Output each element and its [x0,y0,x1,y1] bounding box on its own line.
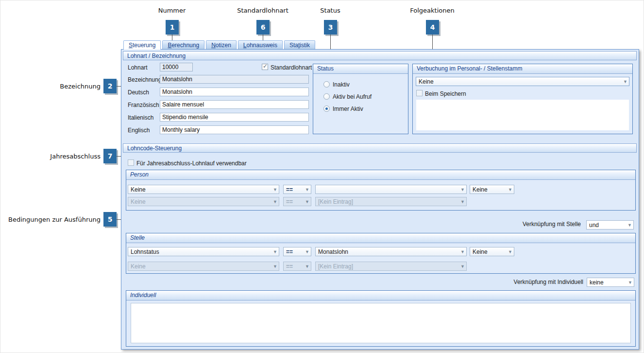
radio-aktiv-bei-aufruf-label: Aktiv bei Aufruf [333,93,372,100]
tab-label-mnemonic: L [243,42,247,49]
deutsch-field[interactable] [160,88,309,96]
radio-aktiv-bei-aufruf[interactable] [323,93,330,100]
lohnart-label: Lohnart [128,64,148,71]
dropdown-value: Keine [131,198,271,205]
jahresabschluss-checkbox[interactable] [128,159,134,166]
callout-label-status: Status [320,7,340,14]
verknuepfung-individuell-dropdown[interactable]: keine ▼ [587,278,634,287]
jahresabschluss-label: Für Jahresabschluss-Lohnlauf verwendbar [136,160,247,167]
dropdown-value: [Kein Eintrag] [318,198,459,205]
dropdown-value: Lohnstatus [131,248,271,255]
tab-label-mnemonic: N [211,42,216,49]
callout-label-bedingungen: Bedingungen zur Ausführung [0,216,101,223]
verbuchung-dropdown-value: Keine [419,78,622,85]
stelle-field-dropdown-2[interactable]: Keine ▼ [128,262,279,271]
tab-label: Sta [289,42,298,49]
bezeichnung-label: Bezeichnung [128,76,161,83]
callout-badge-2: 2 [103,79,117,93]
tab-notizen[interactable]: Notizen [206,40,237,50]
tab-label: ohnausweis [247,42,277,49]
chevron-down-icon: ▼ [459,199,466,204]
stelle-action-dropdown-1[interactable]: Keine ▼ [470,247,514,256]
standardlohnart-label: Standardlohnart [271,64,312,71]
callout-badge-4: 4 [426,20,439,35]
beim-speichern-label: Beim Speichern [425,90,466,97]
chevron-down-icon: ▼ [459,249,466,254]
stelle-field-dropdown-1[interactable]: Lohnstatus ▼ [128,247,279,256]
person-group-title: Person [126,170,635,180]
chevron-down-icon: ▼ [271,249,279,254]
callout-label-bezeichnung: Bezeichnung [0,83,101,90]
callout-badge-6: 6 [256,20,270,35]
tab-label: otizen [216,42,231,49]
stelle-group-title: Stelle [126,233,635,243]
person-value-dropdown-1[interactable]: ▼ [315,185,467,194]
chevron-down-icon: ▼ [627,280,634,285]
person-operator-dropdown-2[interactable]: == ▼ [283,197,311,206]
verknuepfung-individuell-label: Verknüpfung mit Individuell [496,279,583,285]
lohnart-number-field[interactable] [160,63,193,71]
radio-immer-aktiv-label: Immer Aktiv [333,106,363,112]
dropdown-value: keine [590,279,627,286]
chevron-down-icon: ▼ [304,187,311,192]
tab-berechnung[interactable]: Berechnung [162,40,204,50]
dropdown-value: == [286,186,304,193]
bezeichnung-field[interactable] [160,75,309,84]
radio-immer-aktiv[interactable] [323,106,330,112]
verknuepfung-stelle-label: Verknüpfung mit Stelle [506,221,581,228]
franzoesisch-field[interactable] [160,100,309,109]
chevron-down-icon: ▼ [507,249,514,254]
chevron-down-icon: ▼ [304,264,311,269]
callout-label-jahresabschluss: Jahresabschluss [0,153,101,160]
callout-label-folgeaktionen: Folgeaktionen [410,7,454,14]
stelle-operator-dropdown-2[interactable]: == ▼ [283,262,311,271]
stelle-value-dropdown-1[interactable]: Monatslohn ▼ [315,247,467,256]
chevron-down-icon: ▼ [304,199,311,204]
person-operator-dropdown-1[interactable]: == ▼ [283,185,311,194]
standardlohnart-checkbox[interactable] [262,64,268,70]
tab-lohnausweis[interactable]: Lohnausweis [238,40,283,50]
chevron-down-icon: ▼ [459,187,466,192]
verknuepfung-stelle-dropdown[interactable]: und ▼ [586,220,634,229]
stelle-operator-dropdown-1[interactable]: == ▼ [283,247,311,256]
callout-badge-5: 5 [103,212,117,227]
chevron-down-icon: ▼ [271,199,279,204]
chevron-down-icon: ▼ [271,187,279,192]
dropdown-value: Monatslohn [318,248,459,255]
tab-label: istik [300,42,310,49]
beim-speichern-checkbox[interactable] [416,90,423,96]
stelle-value-dropdown-2[interactable]: [Kein Eintrag] ▼ [315,262,467,271]
tab-statistik[interactable]: Statistik [284,40,315,50]
callout-label-nummer: Nummer [158,7,186,14]
screenshot-stage: Nummer 1 Standardlohnart 6 Status 3 Folg… [0,0,644,353]
radio-inaktiv[interactable] [323,81,330,88]
dropdown-value: Keine [131,186,271,193]
dropdown-value: == [286,198,304,205]
italienisch-label: Italienisch [128,114,153,121]
franzoesisch-label: Französisch [128,102,159,108]
individuell-textarea[interactable] [131,303,631,343]
callout-badge-7: 7 [103,149,117,163]
tab-label: teuerung [133,42,155,49]
person-field-dropdown-2[interactable]: Keine ▼ [128,197,279,206]
person-value-dropdown-2[interactable]: [Kein Eintrag] ▼ [315,197,467,206]
chevron-down-icon: ▼ [304,249,311,254]
callout-badge-3: 3 [324,20,337,35]
verbuchung-group-title: Verbuchung im Personal- / Stellenstamm [413,64,632,74]
verbuchung-dropdown[interactable]: Keine ▼ [416,77,629,86]
englisch-label: Englisch [128,127,150,134]
englisch-field[interactable] [160,125,309,134]
radio-inaktiv-label: Inaktiv [333,81,350,88]
person-action-dropdown-1[interactable]: Keine ▼ [470,185,514,194]
chevron-down-icon: ▼ [622,79,629,84]
person-field-dropdown-1[interactable]: Keine ▼ [128,185,279,194]
verbuchung-list-box[interactable] [416,100,629,130]
dropdown-value: Keine [473,186,507,193]
chevron-down-icon: ▼ [507,187,514,192]
dropdown-value: [Kein Eintrag] [318,263,459,270]
tab-label: erechnung [171,42,199,49]
chevron-down-icon: ▼ [626,223,633,228]
tab-steuerung[interactable]: Steuerung [123,40,161,50]
callout-label-standardlohnart: Standardlohnart [237,7,288,14]
italienisch-field[interactable] [160,113,309,122]
